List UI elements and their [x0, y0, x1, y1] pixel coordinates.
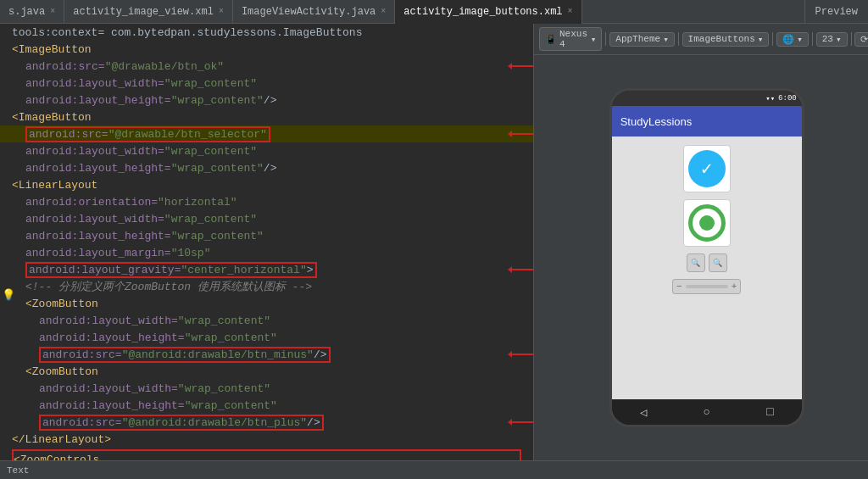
- phone-nav-bar: ◁ ○ □: [612, 399, 802, 425]
- code-line: android:src="@drawable/btn_ok": [0, 58, 533, 75]
- back-button: ◁: [640, 405, 647, 420]
- code-text: />: [264, 94, 277, 107]
- code-line-highlighted: android:src="@android:drawable/btn_plus"…: [0, 414, 533, 431]
- code-text: layout_width=: [78, 77, 164, 90]
- lightbulb-icon[interactable]: 💡: [2, 288, 15, 302]
- preview-area: ▾▾ 6:00 StudyLessions ✓: [534, 55, 868, 460]
- zoom-btn-container: 🔍: [687, 253, 705, 272]
- tab-label: ImageViewActivity.java: [242, 6, 376, 18]
- close-icon[interactable]: ×: [219, 7, 224, 16]
- code-text: android:: [25, 196, 78, 209]
- code-text: android:: [29, 128, 81, 141]
- editor-mode[interactable]: Text: [7, 465, 29, 476]
- main-area: tools:context= com.bytedpan.studylessons…: [0, 24, 868, 460]
- chevron-down-icon: ▾: [758, 34, 764, 45]
- phone-mockup: ▾▾ 6:00 StudyLessions ✓: [609, 88, 804, 427]
- code-text: "wrap_content": [164, 77, 257, 90]
- bottom-bar: Text: [0, 460, 868, 479]
- theme-label: AppTheme: [615, 34, 660, 44]
- code-text: android:: [39, 331, 92, 344]
- code-text: src=: [95, 348, 121, 361]
- code-line: android:layout_width="wrap_content": [0, 142, 533, 159]
- locale-selector[interactable]: 🌐 ▾: [776, 32, 809, 47]
- code-text: src=: [78, 60, 104, 73]
- close-icon[interactable]: ×: [50, 7, 55, 16]
- code-text: android:: [25, 247, 78, 259]
- code-line: <ZoomButton: [0, 295, 533, 312]
- checkmark-icon: ✓: [701, 158, 712, 181]
- code-scroll[interactable]: tools:context= com.bytedpan.studylessons…: [0, 24, 533, 460]
- code-text: src=: [95, 416, 121, 429]
- separator: [812, 32, 813, 46]
- code-line-highlighted: android:src="@drawable/btn_selector": [0, 125, 533, 142]
- code-text: layout_height=: [92, 331, 184, 344]
- separator: [678, 32, 679, 46]
- code-text: layout_height=: [78, 94, 170, 107]
- theme-selector[interactable]: AppTheme ▾: [609, 32, 674, 47]
- tab-s-java[interactable]: s.java ×: [0, 0, 64, 24]
- zoom-buttons-row: 🔍 🔍: [687, 253, 727, 272]
- code-text: layout_margin=: [78, 247, 170, 259]
- code-text: "@drawable/btn_selector": [108, 128, 267, 141]
- code-line: android:orientation="horizontal": [0, 193, 533, 210]
- code-line: tools:context= com.bytedpan.studylessons…: [0, 24, 533, 41]
- code-text: src=: [81, 128, 108, 141]
- code-text: <ImageButton: [12, 43, 92, 56]
- tab-imageview-activity[interactable]: ImageViewActivity.java ×: [233, 0, 395, 24]
- code-line-highlighted: android:layout_gravity="center_horizonta…: [0, 261, 533, 278]
- preview-tab[interactable]: Preview: [804, 0, 868, 24]
- refresh-icon: ⟳: [860, 34, 868, 45]
- red-arrow: [508, 415, 533, 429]
- code-text: "center_horizontal": [181, 264, 306, 276]
- red-arrow: [508, 127, 533, 141]
- chevron-down-icon: ▾: [663, 34, 669, 45]
- code-text: "wrap_content": [171, 230, 264, 242]
- code-text: "10sp": [171, 247, 211, 259]
- separator: [605, 32, 606, 46]
- preview-toolbar: 📱 Nexus 4 ▾ AppTheme ▾ ImageButtons ▾ 🌐 …: [534, 24, 868, 55]
- code-text: layout_height=: [92, 399, 184, 412]
- api-selector[interactable]: 23 ▾: [816, 32, 848, 47]
- code-line-highlighted: android:src="@android:drawable/btn_minus…: [0, 346, 533, 363]
- zoom-controls: − +: [672, 279, 741, 294]
- preview-tab-label: Preview: [815, 6, 858, 18]
- code-line: <LinearLayout: [0, 176, 533, 193]
- red-arrow: [508, 59, 533, 73]
- btn-selector-image-button: [683, 199, 731, 247]
- code-text: tools:context= com.bytedpan.studylessons…: [12, 26, 362, 39]
- close-icon[interactable]: ×: [381, 7, 386, 16]
- close-icon[interactable]: ×: [568, 7, 573, 16]
- code-text: "wrap_content": [171, 94, 264, 107]
- code-text: "wrap_content": [178, 315, 270, 327]
- checkmark-circle: ✓: [688, 150, 726, 187]
- code-text: />: [314, 348, 327, 361]
- code-text: "@android:drawable/btn_plus": [122, 416, 307, 429]
- device-selector[interactable]: 📱 Nexus 4 ▾: [539, 27, 602, 51]
- refresh-button[interactable]: ⟳: [854, 32, 868, 47]
- code-text: <ImageButton: [12, 111, 92, 124]
- code-text: "wrap_content": [178, 382, 270, 395]
- device-label: Nexus 4: [559, 29, 588, 49]
- code-text: layout_height=: [78, 162, 170, 175]
- code-text: "@drawable/btn_ok": [105, 60, 224, 73]
- separator: [772, 32, 773, 46]
- code-text: <LinearLayout: [12, 179, 97, 192]
- app-title: StudyLessions: [620, 115, 693, 128]
- code-line: android:layout_width="wrap_content": [0, 75, 533, 92]
- code-text: </LinearLayout>: [12, 433, 111, 446]
- code-text: "horizontal": [158, 196, 237, 209]
- status-time: 6:00: [778, 94, 797, 103]
- zoom-controls-block: <ZoomControls android:layout_width="wrap…: [12, 449, 521, 460]
- chevron-down-icon: ▾: [836, 34, 842, 45]
- activity-selector[interactable]: ImageButtons ▾: [682, 32, 770, 47]
- code-text: android:: [25, 230, 78, 242]
- code-text: "wrap_content": [164, 145, 257, 158]
- tab-image-buttons-xml[interactable]: activity_image_buttons.xml ×: [395, 0, 581, 24]
- zoom-track: [686, 285, 728, 288]
- code-line: android:layout_height="wrap_content" />: [0, 92, 533, 109]
- recents-button: □: [766, 405, 773, 419]
- chevron-down-icon: ▾: [797, 34, 803, 45]
- tab-image-view-xml[interactable]: activity_image_view.xml ×: [64, 0, 233, 24]
- code-line: android:layout_width="wrap_content": [0, 210, 533, 227]
- red-arrow: [508, 263, 533, 276]
